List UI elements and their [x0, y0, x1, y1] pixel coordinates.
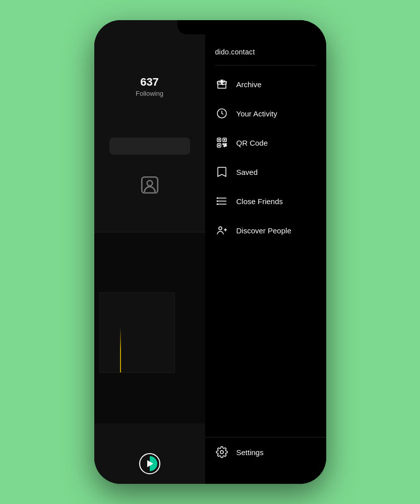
svg-point-1	[147, 180, 152, 186]
bookmark-icon	[215, 165, 228, 178]
menu-item-close-friends[interactable]: Close Friends	[205, 186, 326, 216]
profile-icon	[139, 174, 160, 196]
activity-label: Your Activity	[236, 109, 277, 118]
archive-label: Archive	[236, 80, 262, 89]
phone-notch	[177, 20, 243, 34]
svg-point-14	[216, 201, 218, 202]
discover-label: Discover People	[236, 226, 291, 235]
close-friends-label: Close Friends	[236, 197, 283, 206]
menu-item-activity[interactable]: Your Activity	[205, 99, 326, 128]
right-panel-menu: dido.contact	[205, 20, 326, 484]
saved-label: Saved	[236, 168, 258, 176]
discover-icon	[215, 224, 228, 237]
following-count: 637	[140, 76, 159, 89]
menu-items-list: Archive Your Activity	[205, 66, 326, 437]
activity-icon	[215, 107, 228, 120]
content-area	[94, 232, 205, 423]
thumbnail-item	[99, 292, 175, 373]
svg-point-15	[216, 204, 218, 205]
svg-rect-8	[224, 139, 225, 141]
svg-point-16	[219, 227, 222, 230]
phone-screen: 637 Following	[94, 20, 326, 484]
qr-icon	[215, 136, 228, 149]
reels-icon	[142, 456, 157, 471]
qrcode-label: QR Code	[236, 139, 268, 147]
phone-frame: 637 Following	[94, 20, 326, 484]
svg-rect-7	[218, 139, 220, 141]
search-bar[interactable]	[109, 138, 190, 155]
menu-item-qrcode[interactable]: QR Code	[205, 128, 326, 157]
svg-point-19	[220, 451, 223, 454]
settings-icon	[215, 446, 228, 459]
settings-label: Settings	[236, 448, 264, 457]
menu-item-settings[interactable]: Settings	[215, 446, 316, 459]
thumb-line	[120, 327, 121, 372]
bottom-nav	[94, 449, 205, 484]
play-arrow-icon	[147, 460, 153, 467]
reels-button[interactable]	[139, 453, 160, 474]
svg-point-13	[216, 198, 218, 199]
menu-item-archive[interactable]: Archive	[205, 70, 326, 99]
close-friends-icon	[215, 195, 228, 208]
menu-item-saved[interactable]: Saved	[205, 157, 326, 186]
following-label: Following	[136, 90, 163, 97]
archive-icon	[215, 78, 228, 91]
profile-icon-container	[135, 170, 165, 200]
menu-footer: Settings	[205, 437, 326, 484]
svg-rect-9	[218, 145, 220, 146]
menu-item-discover[interactable]: Discover People	[205, 216, 326, 245]
